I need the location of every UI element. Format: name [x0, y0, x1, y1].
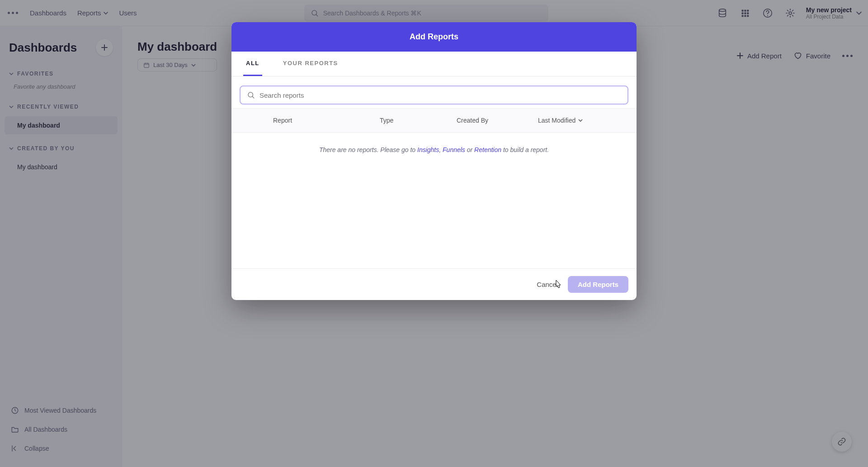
empty-sep1: ,: [439, 146, 443, 153]
add-reports-modal: Add Reports ALL YOUR REPORTS Report Type…: [231, 22, 637, 300]
modal-overlay[interactable]: Add Reports ALL YOUR REPORTS Report Type…: [0, 0, 868, 467]
tab-your-reports[interactable]: YOUR REPORTS: [280, 52, 341, 76]
col-last-modified-label: Last Modified: [538, 117, 576, 124]
col-report[interactable]: Report: [244, 117, 380, 124]
col-type[interactable]: Type: [380, 117, 457, 124]
empty-suffix: to build a report.: [501, 146, 549, 153]
col-last-modified[interactable]: Last Modified: [538, 117, 624, 124]
search-icon: [247, 91, 255, 99]
empty-prefix: There are no reports. Please go to: [319, 146, 417, 153]
modal-footer: Cancel Add Reports: [231, 268, 637, 300]
link-retention[interactable]: Retention: [474, 146, 501, 153]
empty-sep2: or: [465, 146, 474, 153]
reports-table-header: Report Type Created By Last Modified: [231, 108, 637, 133]
sort-desc-icon: [578, 118, 583, 123]
add-reports-submit-button[interactable]: Add Reports: [568, 276, 628, 293]
modal-tabs: ALL YOUR REPORTS: [231, 52, 637, 76]
modal-title: Add Reports: [231, 22, 637, 52]
tab-all[interactable]: ALL: [243, 52, 262, 76]
modal-search-input[interactable]: [259, 91, 621, 99]
link-insights[interactable]: Insights: [417, 146, 439, 153]
cursor-pointer-icon: [553, 280, 562, 291]
col-created-by[interactable]: Created By: [457, 117, 538, 124]
svg-line-18: [252, 96, 254, 98]
modal-search[interactable]: [240, 86, 628, 105]
reports-empty-state: There are no reports. Please go to Insig…: [231, 133, 637, 268]
link-funnels[interactable]: Funnels: [443, 146, 465, 153]
